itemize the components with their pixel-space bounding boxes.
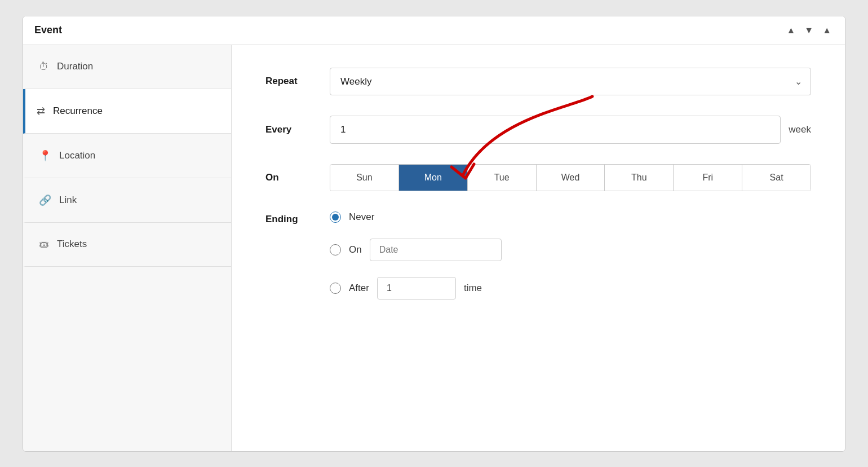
ending-after-row: After time [330,277,811,299]
sidebar-item-tickets[interactable]: 🎟 Tickets [23,223,231,267]
ending-field: Never On After tim [330,212,811,299]
ending-label: Ending [265,212,316,225]
ending-row: Ending Never On [265,212,811,299]
sidebar-item-link[interactable]: 🔗 Link [23,178,231,223]
every-input[interactable]: 1 [330,116,781,144]
ending-after-radio[interactable] [330,283,341,294]
on-label: On [265,172,316,183]
ending-never-row: Never [330,212,811,223]
ending-after-suffix: time [464,283,482,294]
ending-never-label[interactable]: Never [349,212,374,223]
sidebar-item-location[interactable]: 📍 Location [23,134,231,178]
main-content: Repeat Weekly Daily Monthly Yearly ⌄ [232,45,845,451]
ending-on-label[interactable]: On [349,244,362,255]
ending-never-radio[interactable] [330,212,341,223]
panel-body: ⏱ Duration ⇄ Recurrence 📍 Location 🔗 Lin… [23,45,845,451]
every-field: 1 week [330,116,811,144]
sidebar-item-recurrence[interactable]: ⇄ Recurrence [23,89,231,134]
day-thu-button[interactable]: Thu [605,165,674,191]
repeat-select-wrapper: Weekly Daily Monthly Yearly ⌄ [330,68,811,95]
day-mon-button[interactable]: Mon [399,165,468,191]
day-sun-button[interactable]: Sun [330,165,399,191]
ending-on-row: On [330,239,811,261]
every-label: Every [265,124,316,135]
tickets-icon: 🎟 [39,239,49,250]
sidebar-item-duration[interactable]: ⏱ Duration [23,45,231,89]
ending-on-date-input[interactable] [370,239,502,261]
sidebar-item-tickets-label: Tickets [57,239,87,250]
panel-header: Event ▲ ▼ ▲ [23,16,845,45]
sidebar-item-recurrence-label: Recurrence [53,105,103,117]
day-wed-button[interactable]: Wed [537,165,605,191]
clock-icon: ⏱ [39,61,49,73]
ending-options: Never On After tim [330,212,811,299]
sidebar-item-link-label: Link [59,195,77,206]
every-input-group: 1 week [330,116,811,144]
day-buttons: Sun Mon Tue Wed Thu Fri Sat [330,164,811,191]
panel-controls: ▲ ▼ ▲ [784,24,834,37]
every-suffix: week [789,124,811,135]
repeat-select[interactable]: Weekly Daily Monthly Yearly [330,68,811,95]
repeat-row: Repeat Weekly Daily Monthly Yearly ⌄ [265,68,811,95]
sidebar-item-duration-label: Duration [57,61,93,72]
day-sat-button[interactable]: Sat [742,165,811,191]
sidebar: ⏱ Duration ⇄ Recurrence 📍 Location 🔗 Lin… [23,45,232,451]
expand-button[interactable]: ▲ [820,24,834,37]
repeat-label: Repeat [265,76,316,87]
sidebar-item-location-label: Location [59,150,95,161]
day-tue-button[interactable]: Tue [468,165,537,191]
day-fri-button[interactable]: Fri [674,165,742,191]
recurrence-icon: ⇄ [37,105,45,117]
every-row: Every 1 week [265,116,811,144]
ending-after-label[interactable]: After [349,283,369,294]
collapse-up-button[interactable]: ▲ [784,24,798,37]
location-icon: 📍 [39,149,51,162]
collapse-down-button[interactable]: ▼ [802,24,816,37]
ending-on-radio[interactable] [330,244,341,255]
event-panel: Event ▲ ▼ ▲ ⏱ Duration ⇄ Recurrence 📍 Lo… [23,16,845,452]
ending-after-input[interactable] [377,277,456,299]
panel-title: Event [34,24,62,36]
on-field: Sun Mon Tue Wed Thu Fri Sat [330,164,811,191]
link-icon: 🔗 [39,194,51,206]
repeat-field: Weekly Daily Monthly Yearly ⌄ [330,68,811,95]
on-row: On Sun Mon Tue Wed Thu Fri Sat [265,164,811,191]
